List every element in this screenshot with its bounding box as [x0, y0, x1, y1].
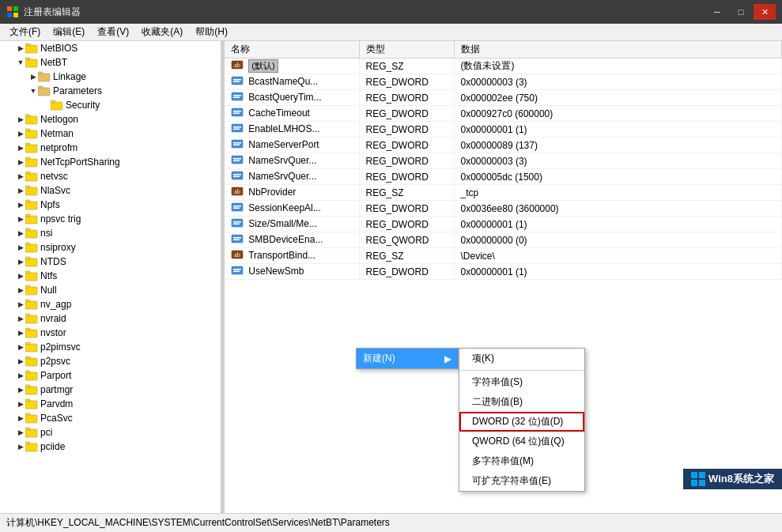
titlebar: 注册表编辑器 ─ □ ✕ — [0, 0, 782, 24]
menu-favorites[interactable]: 收藏夹(A) — [135, 24, 189, 40]
submenu-item-qword[interactable]: QWORD (64 位)值(Q) — [459, 432, 584, 451]
submenu-item-string[interactable]: 字符串值(S) — [459, 372, 584, 392]
context-menu-overlay[interactable]: 新建(N) ▶ 项(K) 字符串值(S) 二进制值(B) DWORD (32 位… — [0, 41, 782, 513]
svg-rect-1 — [13, 6, 18, 11]
maximize-button[interactable]: □ — [730, 4, 752, 20]
menu-view[interactable]: 查看(V) — [91, 24, 135, 40]
new-submenu: 项(K) 字符串值(S) 二进制值(B) DWORD (32 位)值(D) QW… — [459, 348, 585, 492]
new-label: 新建(N) — [363, 352, 395, 365]
status-path: 计算机\HKEY_LOCAL_MACHINE\SYSTEM\CurrentCon… — [6, 516, 390, 530]
minimize-button[interactable]: ─ — [706, 4, 728, 20]
menu-file[interactable]: 文件(F) — [3, 24, 47, 40]
submenu-item-binary[interactable]: 二进制值(B) — [459, 392, 584, 412]
submenu-item-expand[interactable]: 可扩充字符串值(E) — [459, 471, 584, 491]
close-button[interactable]: ✕ — [754, 4, 776, 20]
main-area: ▶ NetBIOS ▼ NetBT ▶ Linkage ▼ Parameters — [0, 41, 782, 513]
window-controls: ─ □ ✕ — [706, 4, 776, 20]
new-submenu-trigger: 新建(N) ▶ — [356, 348, 459, 369]
separator-1 — [459, 370, 584, 371]
window-title: 注册表编辑器 — [24, 6, 81, 19]
svg-rect-0 — [7, 6, 12, 11]
submenu-item-multi[interactable]: 多字符串值(M) — [459, 451, 584, 471]
new-button[interactable]: 新建(N) ▶ — [357, 349, 458, 368]
submenu-arrow: ▶ — [444, 353, 451, 364]
statusbar: 计算机\HKEY_LOCAL_MACHINE\SYSTEM\CurrentCon… — [0, 513, 782, 532]
app-icon — [6, 6, 19, 18]
svg-rect-3 — [13, 13, 18, 17]
menu-edit[interactable]: 编辑(E) — [47, 24, 91, 40]
svg-rect-2 — [7, 13, 12, 17]
titlebar-left: 注册表编辑器 — [6, 6, 81, 19]
submenu-item-dword[interactable]: DWORD (32 位)值(D) — [459, 412, 584, 432]
menubar: 文件(F) 编辑(E) 查看(V) 收藏夹(A) 帮助(H) — [0, 24, 782, 41]
menu-help[interactable]: 帮助(H) — [189, 24, 234, 40]
submenu-item-k[interactable]: 项(K) — [459, 349, 584, 368]
content-pane: ▶ NetBIOS ▼ NetBT ▶ Linkage ▼ Parameters — [0, 41, 782, 513]
